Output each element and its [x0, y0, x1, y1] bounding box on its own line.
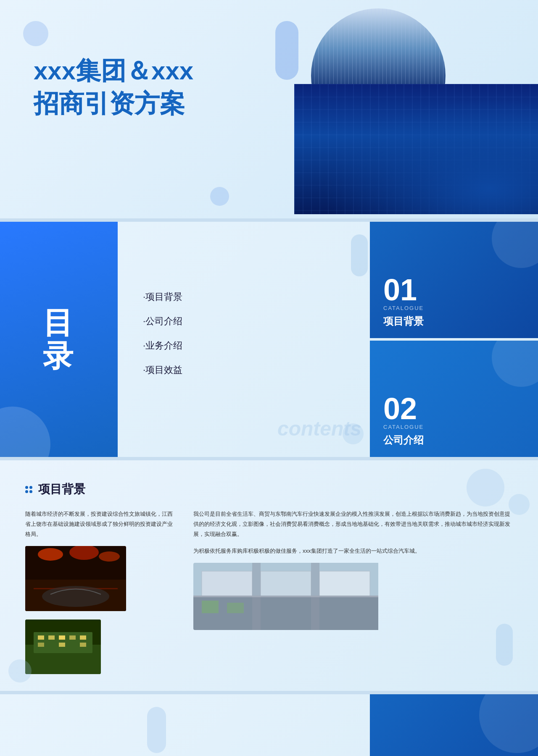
proj-photo-2-bg: [25, 620, 101, 674]
company-left-area: [0, 694, 370, 756]
svg-rect-12: [59, 635, 65, 640]
toc-card-02: 02 CATALOGUE 公司介绍: [370, 341, 538, 457]
svg-rect-10: [38, 635, 44, 640]
toc-card-01-num: 01: [383, 275, 417, 305]
toc-item-2: ·公司介绍: [143, 315, 345, 328]
proj-bg-right: 我公司是目前全省生活车、商贸与东鄂南汽车行业快速发展企业的模入性推演发展，创造上…: [193, 509, 513, 674]
svg-rect-19: [193, 596, 378, 630]
toc-card-01-catalogue: CATALOGUE: [383, 305, 424, 311]
project-background-slide: 项目背景 随着城市经济的不断发展，投资建设综合性文旅城镇化，江西省上饶市在基础设…: [0, 460, 538, 691]
separator-3: [0, 691, 538, 694]
toc-card-deco-circle-1: [492, 222, 538, 268]
toc-card-02-num: 02: [383, 394, 417, 424]
cover-slide: xxx集团＆xxx 招商引资方案: [0, 0, 538, 218]
toc-item-3: ·业务介绍: [143, 339, 345, 352]
toc-left-panel: 目录: [0, 222, 118, 457]
section-header-projbg: 项目背景: [25, 481, 513, 497]
cover-title: xxx集团＆xxx 招商引资方案: [34, 55, 193, 120]
city-image: [294, 84, 538, 214]
svg-point-2: [38, 548, 63, 561]
svg-rect-27: [227, 603, 244, 613]
toc-deco-circle-r: [343, 423, 364, 444]
svg-rect-17: [80, 643, 86, 647]
project-bg-content: 随着城市经济的不断发展，投资建设综合性文旅城镇化，江西省上饶市在基础设施建设领域…: [25, 509, 513, 674]
deco-pill-mid: [147, 707, 166, 753]
company-catalogue-slide: 02 CATALOGUE 公司介绍: [0, 694, 538, 756]
catalogue-card-deco-circle: [479, 694, 538, 753]
svg-point-4: [99, 551, 120, 562]
proj-bg-left: 随着城市经济的不断发展，投资建设综合性文旅城镇化，江西省上饶市在基础设施建设领域…: [25, 509, 177, 674]
toc-middle-panel: ·项目背景 ·公司介绍 ·业务介绍 ·项目效益 contents: [118, 222, 370, 457]
separator-1: [0, 218, 538, 222]
toc-right-panel: 01 CATALOGUE 项目背景 02 CATALOGUE 公司介绍: [370, 222, 538, 457]
svg-rect-11: [48, 635, 55, 640]
section-title-projbg: 项目背景: [38, 481, 85, 497]
deco-circle-topleft: [23, 21, 48, 46]
deco-pill-right1: [275, 21, 298, 80]
proj-text-right: 我公司是目前全省生活车、商贸与东鄂南汽车行业快速发展企业的模入性推演发展，创造上…: [193, 509, 513, 539]
proj-photo-3-bg: [193, 563, 513, 630]
catalogue-02-block: 02 CATALOGUE 公司介绍: [370, 694, 538, 756]
proj-photo-1: [25, 546, 126, 611]
svg-rect-13: [69, 635, 76, 640]
svg-rect-25: [193, 596, 378, 597]
dot4: [29, 490, 32, 493]
toc-item-1: ·项目背景: [143, 291, 345, 303]
separator-2: [0, 457, 538, 460]
toc-card-02-catalogue: CATALOGUE: [383, 424, 424, 430]
svg-rect-26: [202, 601, 219, 613]
svg-rect-14: [80, 635, 86, 640]
dot3: [25, 490, 28, 493]
proj-text-mid: 为积极依托服务库购库积极积极的做佳服务，xxx集团打造了一家全生活的一站式综合汽…: [193, 546, 513, 556]
toc-card-01: 01 CATALOGUE 项目背景: [370, 222, 538, 338]
deco-circle-bottomcenter: [210, 187, 229, 206]
toc-card-01-title: 项目背景: [383, 315, 424, 328]
proj-text-left: 随着城市经济的不断发展，投资建设综合性文旅城镇化，江西省上饶市在基础设施建设领域…: [25, 509, 177, 539]
svg-rect-22: [319, 571, 370, 596]
section-dots: [25, 486, 32, 493]
cover-city-photo: [294, 84, 538, 214]
toc-deco-pill: [351, 234, 368, 276]
proj-photo-1-bg: [25, 546, 126, 611]
proj-photo-3: [193, 563, 513, 630]
toc-slide: 目录 ·项目背景 ·公司介绍 ·业务介绍 ·项目效益 contents 01 C…: [0, 222, 538, 457]
svg-rect-16: [59, 643, 65, 647]
dot1: [25, 486, 28, 489]
toc-deco-circle: [0, 407, 50, 457]
svg-rect-20: [202, 571, 252, 596]
svg-rect-15: [38, 643, 44, 647]
dot2: [29, 486, 32, 489]
proj-photo-2: [25, 620, 101, 674]
svg-rect-21: [261, 571, 311, 596]
proj-bottom-photos: [25, 620, 177, 674]
toc-card-deco-circle-2: [492, 341, 538, 387]
toc-card-02-title: 公司介绍: [383, 433, 424, 447]
company-catalogue-card: 02 CATALOGUE 公司介绍: [370, 694, 538, 756]
toc-heading: 目录: [43, 306, 75, 373]
toc-item-4: ·项目效益: [143, 364, 345, 376]
